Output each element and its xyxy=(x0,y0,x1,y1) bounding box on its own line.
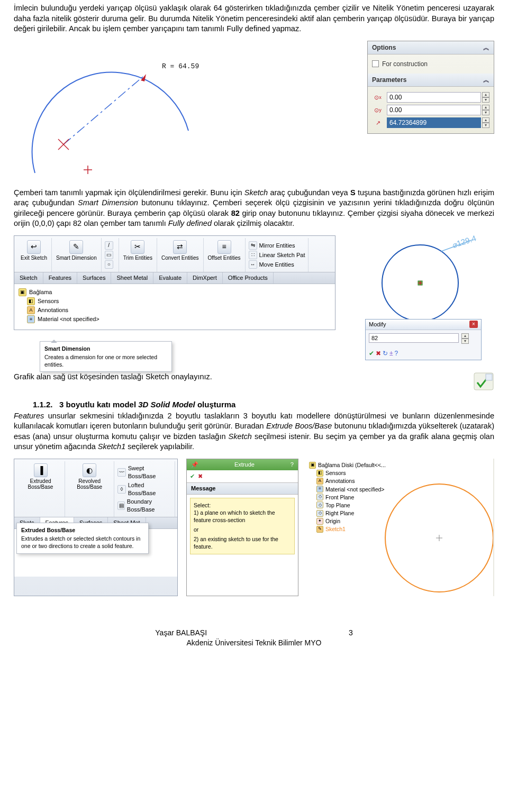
parameters-panel: Options ︽ For construction Parameters ︽ … xyxy=(367,41,494,134)
checkbox-icon[interactable] xyxy=(372,60,379,67)
features-toolbar: ▐ Extruded Boss/Base ◐ Revolved Boss/Bas… xyxy=(14,459,178,596)
tab-sketch[interactable]: Sketch xyxy=(14,272,43,284)
center-x-input[interactable] xyxy=(387,92,481,103)
ok-icon[interactable]: ✔ xyxy=(369,349,374,358)
revolved-boss-icon: ◐ xyxy=(83,463,96,477)
center-y-input[interactable] xyxy=(387,105,481,115)
radius-label: R = 64.59 xyxy=(162,62,199,71)
rebuild-icon[interactable]: ↻ xyxy=(383,349,388,358)
sensors-icon: ◧ xyxy=(27,297,35,305)
svg-rect-12 xyxy=(486,374,492,380)
extruded-boss-icon: ▐ xyxy=(34,463,48,477)
tree-origin[interactable]: ✦Origin xyxy=(316,517,386,525)
linear-pattern-button[interactable]: ∷Linear Sketch Pat xyxy=(249,251,305,259)
for-construction-row[interactable]: For construction xyxy=(372,60,489,68)
tree-material[interactable]: ≡Material <not specified> xyxy=(27,315,331,323)
tree-root[interactable]: ▣Bağlama xyxy=(19,288,331,296)
rect-icon: ▭ xyxy=(105,251,113,259)
center-y-row: ⊙y ▴▾ xyxy=(372,105,489,115)
parameters-header[interactable]: Parameters ︽ xyxy=(368,74,494,87)
rect-tool-button[interactable]: ▭ xyxy=(105,251,115,259)
pm-pushpin-icon[interactable]: 📌 xyxy=(191,461,198,469)
circle-tool-button[interactable]: ○ xyxy=(105,260,115,269)
swept-boss-button[interactable]: 〰Swept Boss/Base xyxy=(117,464,171,480)
tab-features[interactable]: Features xyxy=(43,272,77,284)
parameters-label: Parameters xyxy=(372,76,406,84)
tree-right-plane[interactable]: ◇Right Plane xyxy=(316,509,386,517)
options-header[interactable]: Options ︽ xyxy=(368,41,494,54)
pm-cancel-icon[interactable]: ✖ xyxy=(198,472,203,480)
spin-down-icon[interactable]: ▾ xyxy=(482,123,489,128)
smart-dimension-button[interactable]: ✎ Smart Dimension xyxy=(52,238,102,272)
message-header: Message xyxy=(187,482,298,495)
spin-up-icon[interactable]: ▴ xyxy=(482,117,489,123)
swept-icon: 〰 xyxy=(117,468,125,477)
annotations-icon: A xyxy=(316,478,323,485)
boundary-boss-button[interactable]: ▤Boundary Boss/Base xyxy=(117,498,171,514)
tree-sketch1[interactable]: ✎Sketch1 xyxy=(316,525,386,533)
revolved-boss-button[interactable]: ◐ Revolved Boss/Base xyxy=(65,461,114,517)
exit-sketch-button[interactable]: ↩ Exit Sketch xyxy=(16,238,52,272)
part-icon: ▣ xyxy=(309,462,316,469)
arc-figure: R = 64.59 xyxy=(14,41,247,178)
confirm-corner-icon xyxy=(473,372,494,394)
figure-2: ↩ Exit Sketch ✎ Smart Dimension / ▭ ○ ✂ … xyxy=(14,235,494,362)
exit-sketch-icon: ↩ xyxy=(27,240,41,254)
tree-sensors[interactable]: ◧Sensors xyxy=(27,297,331,305)
tab-sheetmetal[interactable]: Sheet Metal xyxy=(111,272,153,284)
help-icon[interactable]: ? xyxy=(395,349,398,358)
move-icon: ↔ xyxy=(249,260,257,269)
radius-icon: ↗ xyxy=(372,118,384,127)
spin-down-icon[interactable]: ▾ xyxy=(461,339,469,344)
flyout-tree: ▣Bağlama Diski (Default<<... ◧Sensors AA… xyxy=(309,461,386,534)
pm-ok-icon[interactable]: ✔ xyxy=(190,472,195,480)
lofted-icon: ◊ xyxy=(117,485,125,494)
tree-top-plane[interactable]: ◇Top Plane xyxy=(316,501,386,509)
plane-icon: ◇ xyxy=(316,501,323,508)
spin-down-icon[interactable]: ▾ xyxy=(482,97,489,103)
tree-front-plane[interactable]: ◇Front Plane xyxy=(316,494,386,501)
move-entities-button[interactable]: ↔Move Entities xyxy=(249,260,305,269)
tab-evaluate[interactable]: Evaluate xyxy=(153,272,187,284)
tree-annotations[interactable]: AAnnotations xyxy=(316,477,386,485)
origin-icon: ✦ xyxy=(316,518,323,525)
footer-page-number: 3 xyxy=(349,628,353,637)
modify-value-input[interactable] xyxy=(369,333,459,343)
spin-up-icon[interactable]: ▴ xyxy=(482,92,489,97)
extruded-boss-button[interactable]: ▐ Extruded Boss/Base xyxy=(16,461,65,517)
options-label: Options xyxy=(372,43,396,52)
tab-surfaces[interactable]: Surfaces xyxy=(77,272,111,284)
line-icon: / xyxy=(105,241,113,250)
tree-material[interactable]: ≡Material <not specified> xyxy=(316,486,386,493)
chevron-up-icon: ︽ xyxy=(483,43,489,52)
tree-sensors[interactable]: ◧Sensors xyxy=(316,469,386,477)
center-x-row: ⊙x ▴▾ xyxy=(372,92,489,103)
tab-office[interactable]: Office Products xyxy=(223,272,274,284)
close-icon[interactable]: × xyxy=(469,321,478,328)
cancel-icon[interactable]: ✖ xyxy=(376,349,381,358)
trim-entities-button[interactable]: ✂ Trim Entities xyxy=(119,238,157,272)
circle-icon: ○ xyxy=(105,260,113,269)
mirror-entities-button[interactable]: ⇋Mirror Entities xyxy=(249,241,305,250)
tab-dimxpert[interactable]: DimXpert xyxy=(187,272,223,284)
tree-root[interactable]: ▣Bağlama Diski (Default<<... xyxy=(309,461,386,469)
spin-up-icon[interactable]: ▴ xyxy=(482,105,489,110)
radius-input[interactable] xyxy=(387,117,481,128)
extrude-title: Extrude xyxy=(234,461,255,469)
svg-line-0 xyxy=(64,77,143,144)
line-tool-button[interactable]: / xyxy=(105,241,115,250)
footer-author: Yaşar BALBAŞI xyxy=(155,628,207,637)
offset-icon: ≡ xyxy=(217,240,231,254)
tree-annotations[interactable]: AAnnotations xyxy=(27,306,331,314)
convert-entities-button[interactable]: ⇄ Convert Entities xyxy=(157,238,204,272)
offset-entities-button[interactable]: ≡ Offset Entities xyxy=(204,238,246,272)
pm-help-icon[interactable]: ? xyxy=(291,461,294,469)
plane-icon: ◇ xyxy=(316,510,323,517)
spin-down-icon[interactable]: ▾ xyxy=(482,110,489,115)
lofted-boss-button[interactable]: ◊Lofted Boss/Base xyxy=(117,481,171,497)
smart-dimension-icon: ✎ xyxy=(69,240,83,254)
reverse-icon[interactable]: ± xyxy=(389,349,393,358)
figure-1: R = 64.59 Options ︽ For construction Par… xyxy=(14,41,494,178)
spin-up-icon[interactable]: ▴ xyxy=(461,333,469,339)
tooltip-extruded-boss: Extruded Boss/Base Extrudes a sketch or … xyxy=(16,523,149,554)
